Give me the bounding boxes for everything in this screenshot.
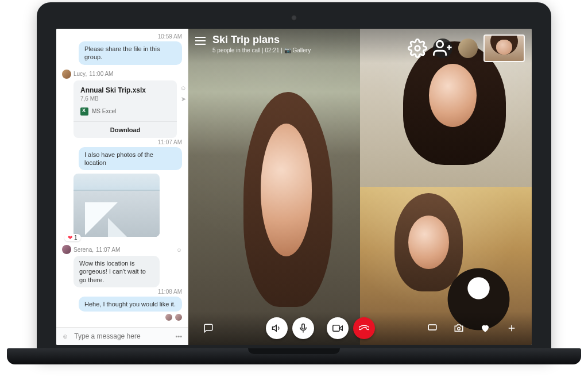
chat-icon [203, 323, 214, 333]
avatar[interactable] [165, 314, 172, 321]
image-attachment[interactable] [74, 174, 160, 237]
avatar[interactable] [62, 70, 71, 79]
reaction-count[interactable]: ❤ 1 [64, 234, 81, 241]
file-name: Annual Ski Trip.xslx [80, 86, 170, 94]
svg-point-1 [436, 41, 443, 47]
snapshot-button[interactable] [448, 317, 470, 339]
speaker-icon [272, 323, 282, 333]
mountain-image [74, 191, 160, 237]
svg-point-11 [458, 328, 461, 330]
emoji-picker-icon[interactable]: ☺ [62, 333, 68, 340]
sender-name: Serena, [74, 247, 94, 253]
message-outgoing[interactable]: I also have photos of the location [79, 147, 182, 171]
reaction-button[interactable] [474, 317, 496, 339]
message-incoming[interactable]: Wow this location is gorgeous! I can't w… [74, 256, 160, 287]
file-size: 7,6 MB [80, 95, 170, 102]
microphone-icon [298, 323, 308, 333]
participant-figure [408, 216, 450, 270]
laptop-frame: 10:59 AM Please share the file in this g… [37, 2, 551, 358]
sender-time: 11:07 AM [96, 247, 120, 253]
call-title: Ski Trip plans [212, 34, 311, 46]
emoji-icon[interactable]: ☺ [176, 247, 182, 253]
video-icon [332, 323, 343, 333]
participant-figure [429, 64, 477, 127]
avatar[interactable] [62, 245, 71, 254]
chat-scroll[interactable]: 10:59 AM Please share the file in this g… [56, 29, 188, 327]
read-receipts [62, 314, 182, 322]
participant-avatar[interactable] [458, 39, 478, 58]
svg-rect-10 [428, 325, 436, 330]
speaker-button[interactable] [266, 317, 288, 339]
time-separator: 11:07 AM [62, 139, 182, 145]
chat-panel: 10:59 AM Please share the file in this g… [56, 29, 188, 345]
plus-icon [506, 323, 517, 333]
call-subtitle: 5 people in the call | 02:21 | 📷 Gallery [212, 47, 311, 53]
sender-row: Lucy, 11:00 AM [62, 70, 182, 79]
participant-figure [261, 124, 312, 256]
laptop-camera [291, 15, 297, 21]
add-participant-button[interactable] [433, 39, 452, 58]
add-user-icon [433, 39, 452, 58]
app-screen: 10:59 AM Please share the file in this g… [56, 29, 532, 345]
message-input[interactable] [74, 332, 169, 340]
sender-row: Serena, 11:07 AM ☺ [62, 245, 182, 254]
sender-name: Lucy, [74, 71, 87, 77]
time-separator: 11:08 AM [62, 289, 182, 295]
chat-toggle-button[interactable] [198, 317, 219, 339]
svg-marker-4 [273, 325, 277, 332]
call-header: Ski Trip plans 5 people in the call | 02… [188, 29, 532, 63]
avatar[interactable] [175, 314, 182, 321]
file-app-label: MS Excel [92, 108, 116, 114]
heart-icon: ❤ [68, 235, 72, 241]
forward-icon[interactable]: ➤ [179, 95, 187, 103]
heart-icon [480, 323, 490, 333]
video-tile-main[interactable] [188, 29, 360, 345]
laptop-base [7, 348, 581, 364]
sender-time: 11:00 AM [89, 71, 113, 77]
camera-snapshot-icon [454, 323, 464, 333]
call-title-block: Ski Trip plans 5 people in the call | 02… [212, 34, 311, 53]
file-app: MS Excel [80, 107, 170, 116]
reaction-number: 1 [74, 235, 78, 241]
svg-rect-9 [428, 325, 436, 330]
hangup-button[interactable] [353, 317, 375, 339]
svg-point-0 [415, 46, 420, 51]
menu-icon[interactable] [195, 37, 206, 45]
settings-button[interactable] [408, 39, 427, 58]
camera-button[interactable] [327, 317, 349, 339]
header-right [408, 34, 525, 62]
message-outgoing[interactable]: Hehe, I thought you would like it. [79, 297, 182, 312]
more-icon[interactable]: ••• [175, 333, 182, 340]
emoji-icon[interactable]: ☺ [179, 84, 187, 92]
svg-rect-8 [333, 325, 339, 332]
excel-icon [80, 107, 88, 116]
time-separator: 10:59 AM [62, 33, 182, 40]
phone-hangup-icon [359, 323, 369, 333]
download-button[interactable]: Download [74, 121, 177, 138]
self-view[interactable] [483, 34, 525, 62]
message-composer: ☺ ••• [56, 327, 188, 345]
message-outgoing[interactable]: Please share the file in this group. [79, 41, 182, 65]
more-actions-button[interactable] [501, 317, 523, 339]
file-attachment[interactable]: Annual Ski Trip.xslx 7,6 MB MS Excel Dow… [74, 80, 177, 138]
microphone-button[interactable] [292, 317, 314, 339]
call-controls [188, 312, 532, 345]
message-actions: ☺ ➤ [179, 84, 187, 103]
video-call-area: Ski Trip plans 5 people in the call | 02… [188, 29, 532, 345]
share-screen-icon [427, 323, 438, 333]
share-screen-button[interactable] [421, 317, 443, 339]
gear-icon [408, 39, 427, 58]
svg-marker-7 [339, 326, 342, 330]
svg-rect-5 [302, 324, 305, 329]
